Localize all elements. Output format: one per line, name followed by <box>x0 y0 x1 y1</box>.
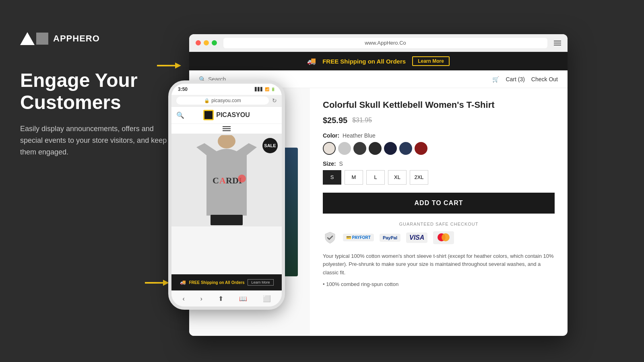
color-swatch-heather-blue[interactable] <box>399 142 412 155</box>
size-label: Size: S <box>323 160 555 167</box>
forward-icon[interactable]: › <box>200 295 202 302</box>
browser-url-bar[interactable]: www.AppHero.Co <box>223 38 547 48</box>
svg-rect-13 <box>204 111 209 115</box>
banner-learn-more-button[interactable]: Learn More <box>412 56 450 66</box>
product-feature: • 100% combed ring-spun cotton <box>323 281 555 287</box>
shield-icon <box>323 230 337 245</box>
wifi-icon: 📶 <box>265 87 269 91</box>
size-btn-s[interactable]: S <box>323 170 341 185</box>
size-options: S M L XL 2XL <box>323 170 555 185</box>
color-swatches <box>323 142 555 155</box>
phone-store-name: PICASYOU <box>216 111 250 119</box>
dot-green[interactable] <box>212 40 217 45</box>
phone-banner: 🚚 FREE Shipping on All Orders Learn More <box>171 274 282 290</box>
svg-text:C: C <box>213 175 219 185</box>
arrow-top <box>157 60 181 73</box>
guaranteed-label: GUARANTEED SAFE CHECKOUT <box>323 222 555 226</box>
phone-time: 3:50 <box>178 86 188 92</box>
phone-status-icons: ▋▋▋ 📶 🔋 <box>255 87 275 91</box>
headline: Engage Your Customers <box>20 69 173 113</box>
sale-badge: SALE <box>262 138 278 153</box>
phone-learn-more-button[interactable]: Learn More <box>248 279 273 286</box>
product-details: Colorful Skull Kettlebell Women's T-Shir… <box>310 88 568 336</box>
phone-store-header: 🔍 PICASYOU <box>171 107 282 124</box>
phone-url-text: picasyou.com <box>211 98 241 103</box>
svg-text:A: A <box>219 175 226 185</box>
url-text: www.AppHero.Co <box>365 40 406 46</box>
refresh-icon[interactable]: ↻ <box>272 97 277 104</box>
price-current: $25.95 <box>323 116 347 125</box>
logo-text: APPHERO <box>53 33 100 44</box>
svg-marker-1 <box>175 63 181 69</box>
browser-dots <box>196 40 217 45</box>
subtext: Easily display announcements, offers and… <box>20 123 173 158</box>
share-icon[interactable]: ⬆ <box>218 295 223 302</box>
mastercard-payment-icon <box>433 231 454 244</box>
dot-yellow[interactable] <box>204 40 209 45</box>
payment-icons: 💳 PAYFORT PayPal VISA <box>323 230 555 245</box>
price-row: $25.95 $31.95 <box>323 116 555 125</box>
color-swatch-dark-gray[interactable] <box>353 142 366 155</box>
mobile-phone: 3:50 ▋▋▋ 📶 🔋 🔒 picasyou.com ↻ 🔍 PICASYOU <box>168 80 285 310</box>
color-swatch-white[interactable] <box>323 142 336 155</box>
signal-icon: ▋▋▋ <box>255 87 263 91</box>
browser-menu-icon[interactable] <box>554 41 561 45</box>
phone-product-image: C A RDI SALE <box>171 134 282 226</box>
logo-shapes <box>20 32 48 45</box>
phone-url-bar[interactable]: 🔒 picasyou.com ↻ <box>171 95 282 107</box>
browser-chrome: www.AppHero.Co <box>189 34 568 52</box>
picasyou-logo: PICASYOU <box>203 110 250 120</box>
store-banner: 🚚 FREE Shipping on All Orders Learn More <box>189 52 568 70</box>
logo-square-icon <box>36 33 48 45</box>
svg-rect-15 <box>209 111 213 119</box>
checkout-section: GUARANTEED SAFE CHECKOUT 💳 PAYFORT PayPa… <box>323 222 555 245</box>
phone-search-icon[interactable]: 🔍 <box>176 111 184 119</box>
payfort-payment-icon: 💳 PAYFORT <box>343 234 374 241</box>
battery-icon: 🔋 <box>271 87 275 91</box>
product-title: Colorful Skull Kettlebell Women's T-Shir… <box>323 99 555 111</box>
cart-area: 🛒 Cart (3) Check Out <box>492 76 558 82</box>
svg-rect-21 <box>211 215 243 225</box>
size-btn-m[interactable]: M <box>345 170 363 185</box>
color-section: Color: Heather Blue <box>323 132 555 155</box>
size-btn-l[interactable]: L <box>366 170 385 185</box>
svg-point-19 <box>238 175 246 183</box>
cart-text[interactable]: Cart (3) <box>506 76 524 82</box>
logo-triangle-icon <box>20 32 35 45</box>
lock-icon: 🔒 <box>204 98 210 103</box>
color-swatch-navy[interactable] <box>384 142 397 155</box>
back-icon[interactable]: ‹ <box>182 295 184 302</box>
phone-truck-icon: 🚚 <box>180 280 186 285</box>
left-panel: APPHERO Engage Your Customers Easily dis… <box>20 32 173 158</box>
size-section: Size: S S M L XL 2XL <box>323 160 555 185</box>
bookmarks-icon[interactable]: 📖 <box>239 295 247 302</box>
svg-rect-14 <box>204 115 209 119</box>
hamburger-menu-icon[interactable] <box>223 126 231 131</box>
dot-red[interactable] <box>196 40 201 45</box>
banner-text: FREE Shipping on All Orders <box>322 58 406 65</box>
svg-point-20 <box>218 135 235 148</box>
tabs-icon[interactable]: ⬜ <box>263 295 271 302</box>
phone-banner-text: FREE Shipping on All Orders <box>189 280 245 285</box>
paypal-payment-icon: PayPal <box>380 234 400 242</box>
add-to-cart-button[interactable]: ADD TO CART <box>323 193 555 214</box>
color-swatch-red[interactable] <box>415 142 427 155</box>
phone-nav <box>171 124 282 134</box>
product-description: Your typical 100% cotton women's short s… <box>323 252 555 277</box>
cart-icon: 🛒 <box>492 76 499 82</box>
color-swatch-gray[interactable] <box>338 142 351 155</box>
size-btn-2xl[interactable]: 2XL <box>410 170 428 185</box>
logo-area: APPHERO <box>20 32 173 45</box>
svg-point-11 <box>442 233 450 241</box>
price-original: $31.95 <box>352 117 372 124</box>
arrow-bottom <box>145 277 169 290</box>
color-label: Color: Heather Blue <box>323 132 555 139</box>
checkout-text[interactable]: Check Out <box>531 76 558 82</box>
truck-icon: 🚚 <box>307 57 316 66</box>
size-btn-xl[interactable]: XL <box>388 170 407 185</box>
phone-status-bar: 3:50 ▋▋▋ 📶 🔋 <box>171 84 282 95</box>
phone-bottom-bar: ‹ › ⬆ 📖 ⬜ <box>171 290 282 306</box>
color-swatch-charcoal[interactable] <box>369 142 382 155</box>
visa-payment-icon: VISA <box>406 232 427 243</box>
